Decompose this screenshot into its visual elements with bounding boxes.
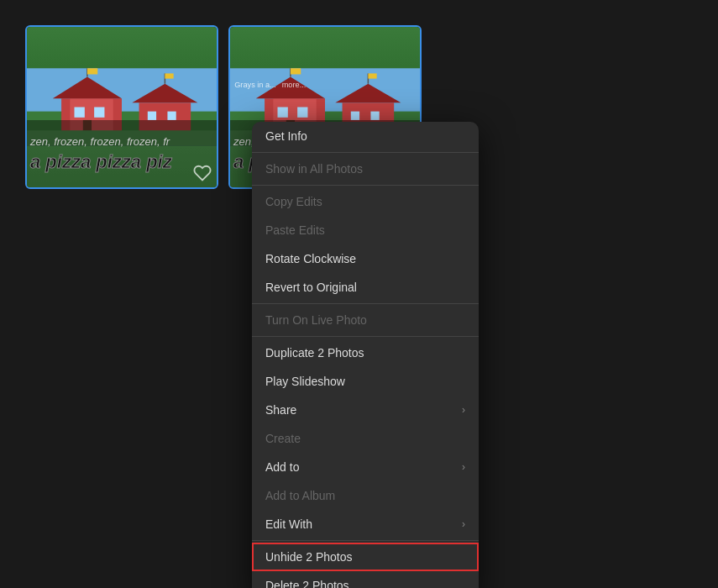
svg-rect-11: [167, 112, 176, 120]
menu-item-revert-to-original[interactable]: Revert to Original: [252, 273, 479, 302]
menu-item-create: Create: [252, 424, 479, 453]
menu-item-add-to[interactable]: Add to ›: [252, 453, 479, 481]
svg-text:more...: more...: [282, 81, 307, 89]
separator-5: [252, 540, 479, 541]
photo-text-large-1: a pizza pizza piz: [27, 150, 217, 175]
menu-item-unhide-2-photos[interactable]: Unhide 2 Photos: [252, 543, 479, 571]
separator-1: [252, 152, 479, 153]
separator-4: [252, 336, 479, 337]
add-to-arrow-icon: ›: [462, 461, 465, 473]
menu-item-show-in-all-photos: Show in All Photos: [252, 155, 479, 183]
svg-text:Grays in a...: Grays in a...: [234, 81, 276, 89]
edit-with-arrow-icon: ›: [462, 518, 465, 530]
menu-item-edit-with[interactable]: Edit With ›: [252, 510, 479, 538]
photo-text-small-1: zen, frozen, frozen, frozen, fr: [27, 134, 217, 150]
svg-rect-13: [87, 68, 97, 74]
menu-item-share[interactable]: Share ›: [252, 396, 479, 424]
menu-item-add-to-album: Add to Album: [252, 481, 479, 510]
separator-3: [252, 303, 479, 304]
svg-rect-22: [278, 108, 288, 118]
menu-item-copy-edits: Copy Edits: [252, 187, 479, 216]
svg-rect-32: [368, 73, 376, 78]
svg-rect-27: [351, 112, 359, 120]
menu-item-delete-2-photos[interactable]: Delete 2 Photos: [252, 571, 479, 588]
menu-item-paste-edits: Paste Edits: [252, 216, 479, 244]
menu-item-duplicate-2-photos[interactable]: Duplicate 2 Photos: [252, 339, 479, 367]
svg-rect-6: [94, 108, 104, 118]
menu-item-play-slideshow[interactable]: Play Slideshow: [252, 367, 479, 396]
context-menu: Get Info Show in All Photos Copy Edits P…: [252, 122, 479, 588]
menu-item-get-info[interactable]: Get Info: [252, 122, 479, 150]
separator-2: [252, 185, 479, 186]
svg-rect-5: [75, 108, 85, 118]
svg-rect-28: [370, 112, 379, 120]
share-arrow-icon: ›: [462, 404, 465, 416]
photo-thumb-1[interactable]: zen, frozen, frozen, frozen, fr a pizza …: [25, 25, 218, 189]
svg-rect-23: [297, 108, 307, 118]
menu-item-turn-on-live-photo: Turn On Live Photo: [252, 306, 479, 334]
svg-rect-10: [148, 112, 156, 120]
svg-rect-15: [165, 73, 173, 78]
menu-item-rotate-clockwise[interactable]: Rotate Clockwise: [252, 244, 479, 273]
svg-rect-30: [291, 68, 301, 74]
heart-icon-1: [193, 164, 212, 182]
